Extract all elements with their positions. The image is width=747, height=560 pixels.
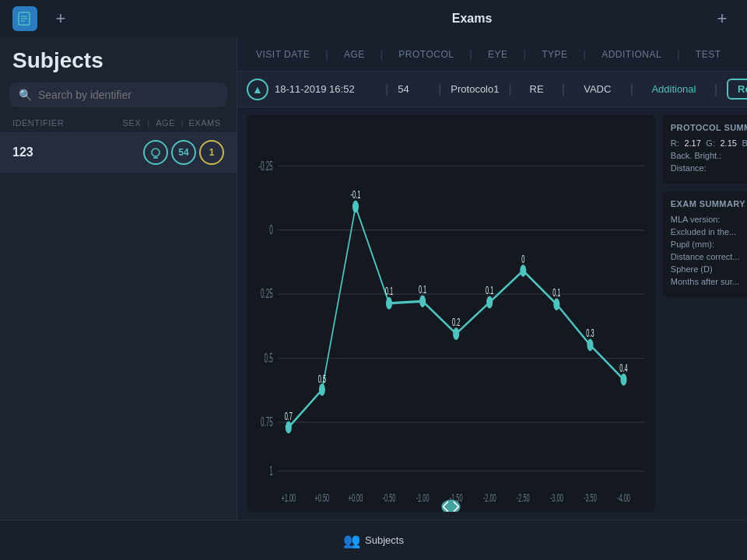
protocol-summary-box: PROTOCOL SUMMARY R: 2.17 G: 2.15 B: 2.03…: [663, 115, 747, 184]
search-icon: 🔍: [19, 89, 32, 101]
summary-panel: PROTOCOL SUMMARY R: 2.17 G: 2.15 B: 2.03…: [663, 115, 747, 512]
svg-text:-3.00: -3.00: [550, 492, 563, 503]
svg-point-34: [386, 297, 392, 310]
col-additional: ADDITIONAL: [595, 49, 668, 60]
exam-protocol: Protocolo1: [451, 83, 499, 95]
col-age: AGE: [338, 49, 371, 60]
sidebar-add-button[interactable]: +: [47, 5, 75, 33]
subjects-tab-label: Subjects: [365, 534, 404, 546]
svg-point-35: [419, 295, 426, 307]
svg-text:0.25: 0.25: [261, 288, 273, 302]
chart-container: -0.25 0 0.25 0.5 0.75 1 +1.00 +0.50 +0.0…: [247, 115, 655, 512]
svg-text:0.2: 0.2: [452, 316, 460, 327]
exams-title: Exams: [452, 12, 493, 26]
col-identifier: IDENTIFIER: [12, 118, 117, 128]
svg-text:0: 0: [269, 223, 273, 237]
col-eye: EYE: [482, 49, 514, 60]
svg-point-33: [352, 201, 359, 213]
exam-summary-box: EXAM SUMMARY MLA version: 2.0 Excluded i…: [663, 191, 747, 297]
summary-mla: MLA version: 2.0: [671, 215, 747, 224]
col-protocol: PROTOCOL: [392, 49, 460, 60]
exam-columns-header: VISIT DATE | AGE | PROTOCOL | EYE | TYPE…: [237, 37, 747, 72]
svg-text:0.1: 0.1: [419, 283, 426, 295]
svg-text:-3.50: -3.50: [584, 492, 597, 503]
svg-point-37: [486, 296, 493, 309]
exam-eye: RE: [521, 83, 552, 95]
subjects-tab[interactable]: 👥 Subjects: [343, 532, 404, 549]
svg-text:0: 0: [521, 253, 524, 264]
col-test: TEST: [689, 49, 728, 60]
svg-text:1: 1: [269, 464, 273, 478]
page-title: Exams: [237, 12, 707, 26]
exam-summary-title: EXAM SUMMARY: [671, 199, 747, 208]
summary-pupil: Pupil (mm): <2.25: [671, 240, 747, 249]
summary-sphere: Sphere (D) 0.00: [671, 264, 747, 274]
svg-text:0.1: 0.1: [486, 285, 493, 296]
search-input[interactable]: [38, 89, 218, 101]
svg-point-36: [453, 327, 459, 340]
svg-text:-1.00: -1.00: [416, 492, 430, 503]
svg-text:-4.00: -4.00: [617, 492, 630, 503]
col-visit-date: VISIT DATE: [250, 49, 316, 60]
svg-point-38: [520, 264, 526, 277]
top-bar: + Exams +: [0, 0, 747, 37]
svg-text:0.3: 0.3: [586, 327, 594, 339]
main-area: Subjects 🔍 IDENTIFIER SEX | AGE | EXAMS …: [0, 37, 747, 520]
svg-text:0.1: 0.1: [385, 285, 393, 297]
subject-exams-badge: 1: [199, 140, 224, 165]
subject-row[interactable]: 123 54 1: [0, 132, 237, 173]
svg-text:-0.50: -0.50: [383, 492, 396, 503]
svg-text:0.5: 0.5: [318, 373, 326, 384]
retest-button[interactable]: Retest: [727, 79, 747, 100]
svg-text:-0.1: -0.1: [351, 189, 361, 201]
exam-additional: Additional: [643, 83, 705, 95]
bottom-bar: 👥 Subjects: [0, 520, 747, 560]
summary-excluded: Excluded in the... NO: [671, 227, 747, 236]
col-sex: SEX: [117, 118, 146, 128]
svg-point-32: [319, 383, 325, 396]
svg-point-41: [620, 373, 626, 386]
svg-rect-7: [247, 115, 655, 512]
col-exams: EXAMS: [185, 118, 224, 128]
chart-svg: -0.25 0 0.25 0.5 0.75 1 +1.00 +0.50 +0.0…: [247, 115, 655, 512]
exam-date: 18-11-2019 16:52: [275, 83, 376, 95]
search-box[interactable]: 🔍: [9, 82, 227, 107]
svg-text:0.75: 0.75: [261, 415, 273, 429]
table-header: IDENTIFIER SEX | AGE | EXAMS: [0, 115, 237, 131]
svg-text:0.1: 0.1: [552, 286, 560, 298]
right-panel: VISIT DATE | AGE | PROTOCOL | EYE | TYPE…: [237, 37, 747, 520]
svg-point-39: [553, 298, 559, 310]
col-type: TYPE: [535, 49, 573, 60]
col-age: AGE: [152, 118, 180, 128]
chart-area: -0.25 0 0.25 0.5 0.75 1 +1.00 +0.50 +0.0…: [237, 107, 747, 520]
svg-text:-0.25: -0.25: [258, 159, 272, 173]
exam-vadc: VADC: [574, 83, 621, 95]
summary-row-back-bright: Back. Bright.: 85%: [671, 151, 747, 160]
expand-button[interactable]: ▲: [247, 79, 268, 100]
svg-point-4: [152, 149, 160, 156]
svg-point-40: [587, 339, 593, 352]
subject-sex-badge: [143, 140, 168, 165]
svg-text:-2.00: -2.00: [483, 492, 496, 503]
protocol-summary-title: PROTOCOL SUMMARY: [671, 123, 747, 132]
svg-text:-2.50: -2.50: [517, 492, 530, 503]
svg-text:0.5: 0.5: [264, 352, 272, 366]
summary-months: Months after sur... PRE: [671, 277, 747, 286]
svg-text:0.4: 0.4: [619, 362, 628, 373]
subject-id: 123: [12, 145, 140, 159]
subjects-icon: 👥: [343, 532, 360, 549]
summary-distance-correct: Distance correct... YES: [671, 252, 747, 261]
subject-age-badge: 54: [171, 140, 196, 165]
svg-text:0.7: 0.7: [285, 411, 293, 422]
svg-point-31: [286, 422, 292, 434]
svg-text:+0.00: +0.00: [349, 492, 363, 503]
app-icon: [12, 6, 37, 31]
svg-text:+0.50: +0.50: [315, 492, 330, 503]
summary-row-distance: Distance: 4.0 m: [671, 163, 747, 173]
summary-row-r: R: 2.17 G: 2.15 B: 2.03: [671, 138, 747, 148]
top-bar-left: +: [0, 5, 237, 33]
add-exam-button[interactable]: +: [707, 3, 738, 34]
svg-text:+1.00: +1.00: [281, 492, 296, 503]
sidebar-title: Subjects: [0, 37, 237, 79]
exam-row: ▲ 18-11-2019 16:52 | 54 | Protocolo1 | R…: [237, 72, 747, 107]
